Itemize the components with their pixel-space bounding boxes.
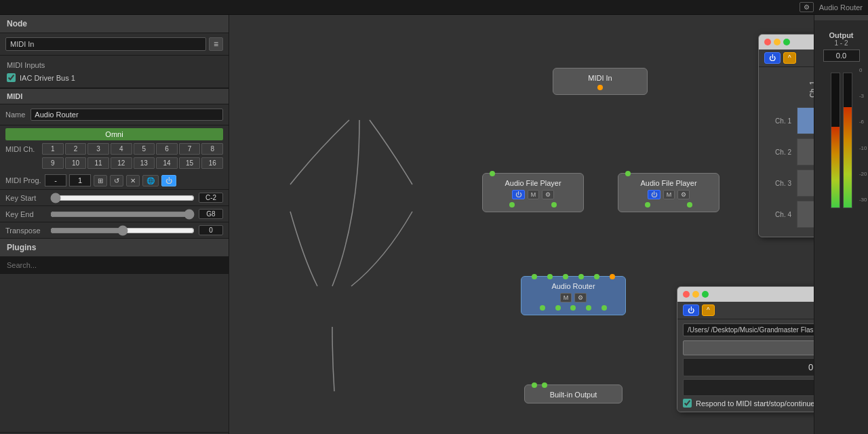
afp2-label: Audio File Player xyxy=(640,179,696,187)
audio-file-player-1-node[interactable]: Audio File Player ⏻ M ⚙ xyxy=(482,173,584,212)
afp1-m-btn[interactable]: M xyxy=(528,190,540,199)
afp1-gear-btn[interactable]: ⚙ xyxy=(542,190,554,199)
afp-window-minimize[interactable] xyxy=(692,291,699,298)
midi-ch-8[interactable]: 8 xyxy=(201,143,223,155)
afp-power-btn[interactable]: ⏻ xyxy=(683,304,699,316)
ar-in-dot-3 xyxy=(563,274,568,279)
afp2-in-dot xyxy=(625,171,631,176)
midi-ch-11[interactable]: 11 xyxy=(87,157,109,169)
ar-cell-3-1[interactable] xyxy=(797,170,814,197)
ar-power-btn[interactable]: ⏻ xyxy=(764,52,781,64)
afp-pause-button[interactable]: Pause xyxy=(683,340,814,355)
midi-prog-copy-btn[interactable]: ⊞ xyxy=(94,175,107,186)
midi-ch-10[interactable]: 10 xyxy=(65,157,87,169)
iac-driver-checkbox[interactable] xyxy=(7,73,16,82)
midi-ch-9[interactable]: 9 xyxy=(42,157,64,169)
meter-left xyxy=(831,73,840,208)
gear-icon: ⚙ xyxy=(804,3,810,11)
midi-ch-4[interactable]: 4 xyxy=(111,143,132,155)
ar-in-dot-2 xyxy=(547,274,553,279)
built-in-output-node[interactable]: Built-in Output xyxy=(524,384,623,403)
midi-ch-16[interactable]: 16 xyxy=(201,157,223,169)
name-input[interactable] xyxy=(31,108,223,121)
midi-inputs-section: MIDI Inputs IAC Driver Bus 1 xyxy=(0,56,229,88)
omni-button[interactable]: Omni xyxy=(5,128,223,140)
midi-ch-1[interactable]: 1 xyxy=(42,143,64,155)
node-dropdown[interactable]: MIDI In xyxy=(5,37,206,51)
afp-window-close[interactable] xyxy=(683,291,690,298)
right-panel-header xyxy=(814,15,868,20)
transpose-slider[interactable] xyxy=(50,226,195,235)
midi-prog-globe-btn[interactable]: 🌐 xyxy=(142,175,159,186)
audio-router-node[interactable]: Audio Router M ⚙ xyxy=(521,276,626,315)
ar-window-minimize[interactable] xyxy=(774,39,781,45)
ar-window-close[interactable] xyxy=(764,39,771,45)
plugins-search[interactable] xyxy=(0,257,229,274)
right-panel: Output 1 - 2 0.0 0 -3 -6 xyxy=(814,15,868,434)
audio-file-player-window: Audio File Player ⏻ ^ n /Users/ /Desktop… xyxy=(677,286,814,412)
node-section-header: Node xyxy=(0,15,229,33)
afp2-m-btn[interactable]: M xyxy=(663,190,675,199)
ar-cell-2-1[interactable] xyxy=(797,138,814,165)
ar-gear-btn[interactable]: ⚙ xyxy=(574,293,587,302)
midi-prog-power-btn[interactable]: ⏻ xyxy=(161,175,176,186)
afp-midi-checkbox[interactable] xyxy=(683,399,692,408)
iac-driver-checkbox-row[interactable]: IAC Driver Bus 1 xyxy=(7,73,222,82)
midi-ch-3[interactable]: 3 xyxy=(87,143,109,155)
ar-row-1-label: Ch. 1 xyxy=(766,105,797,136)
plugins-section: Plugins Other xyxy=(0,239,229,434)
afp1-out-dot-2 xyxy=(551,202,557,208)
midi-ch-label: MIDI Ch. xyxy=(5,145,42,153)
afp-midi-label: Respond to MIDI start/stop/continue xyxy=(696,399,814,408)
ar-cell-4-1[interactable] xyxy=(797,201,814,228)
afp-window-maximize[interactable] xyxy=(702,291,709,298)
audio-file-player-2-node[interactable]: Audio File Player ⏻ M ⚙ xyxy=(618,173,719,212)
midi-ch-2[interactable]: 2 xyxy=(65,143,87,155)
afp-window-toolbar: ⏻ ^ n xyxy=(677,302,814,319)
midi-ch-13[interactable]: 13 xyxy=(134,157,155,169)
midi-prog-refresh-btn[interactable]: ↺ xyxy=(110,175,123,186)
meter-right-fill xyxy=(844,107,852,208)
afp2-out-dot-1 xyxy=(645,202,650,208)
ar-cell-1-1[interactable] xyxy=(797,107,814,134)
meter-right xyxy=(843,73,852,208)
afp2-gear-btn[interactable]: ⚙ xyxy=(677,190,690,199)
afp1-out-dot-1 xyxy=(509,202,515,208)
ar-caret-btn[interactable]: ^ xyxy=(783,52,796,64)
midi-prog-dash[interactable] xyxy=(45,174,66,186)
ar-grid: Ch. 1 Ch. 2 Ch. 3 Ch. 4 Ch. 1 xyxy=(759,67,814,237)
ar-in-dot-1 xyxy=(532,274,537,279)
built-in-output-label: Built-in Output xyxy=(550,391,597,399)
afp2-power-btn[interactable]: ⏻ xyxy=(648,190,660,199)
key-end-slider[interactable] xyxy=(50,210,195,219)
key-end-row: Key End G8 xyxy=(0,206,229,222)
midi-prog-delete-btn[interactable]: ✕ xyxy=(126,175,140,186)
afp-caret-btn[interactable]: ^ xyxy=(702,304,715,316)
transpose-value: 0 xyxy=(199,225,223,235)
meter-left-fill xyxy=(831,127,840,208)
afp2-out-dot-2 xyxy=(687,202,692,208)
midi-ch-14[interactable]: 14 xyxy=(156,157,178,169)
midi-section-header: MIDI xyxy=(0,88,229,104)
midi-ch-7[interactable]: 7 xyxy=(179,143,201,155)
bio-in-dot-1 xyxy=(532,382,537,388)
ar-window-maximize[interactable] xyxy=(783,39,790,45)
key-start-slider[interactable] xyxy=(50,193,195,203)
hamburger-button[interactable]: ≡ xyxy=(209,37,223,51)
midi-ch-5[interactable]: 5 xyxy=(134,143,155,155)
midi-in-node[interactable]: MIDI In xyxy=(553,68,648,95)
afp-window-title: Audio File Player xyxy=(711,290,814,299)
midi-ch-12[interactable]: 12 xyxy=(111,157,132,169)
ar-col-1: Ch. 1 xyxy=(797,74,814,105)
settings-icon-btn[interactable]: ⚙ xyxy=(800,2,814,12)
ar-window-title: Audio Router xyxy=(793,37,814,47)
midi-ch-15[interactable]: 15 xyxy=(179,157,201,169)
midi-prog-value[interactable] xyxy=(69,174,91,186)
ar-m-btn[interactable]: M xyxy=(560,293,572,302)
midi-ch-6[interactable]: 6 xyxy=(156,143,178,155)
ar-window-toolbar: ⏻ ^ n xyxy=(759,50,814,67)
ar-out-dot-3 xyxy=(570,305,576,311)
afp1-power-btn[interactable]: ⏻ xyxy=(512,190,525,199)
name-form-row: Name xyxy=(0,104,229,125)
midi-ch-section: MIDI Ch. 1 2 3 4 5 6 7 8 9 10 11 xyxy=(0,140,229,172)
